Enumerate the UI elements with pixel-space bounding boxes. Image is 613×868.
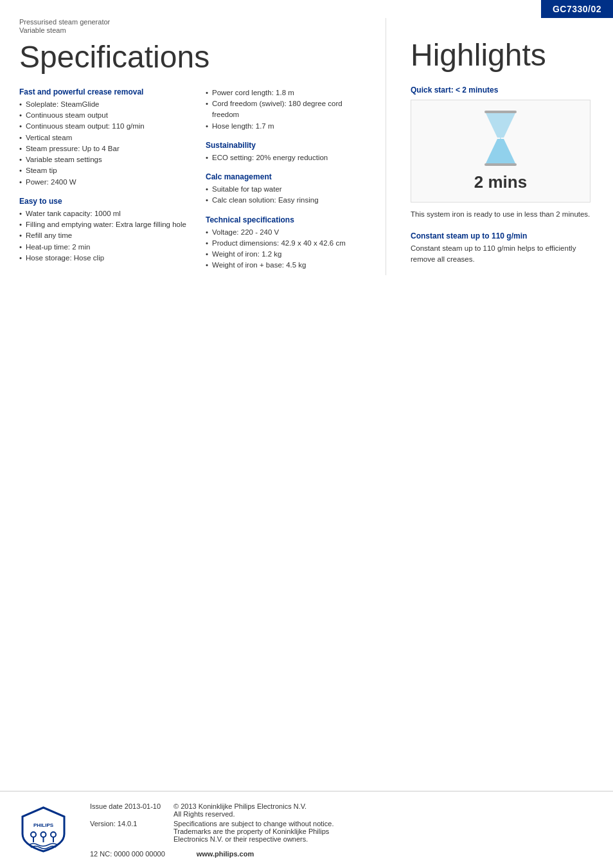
list-item: Product dimensions: 42.9 x 40 x 42.6 cm xyxy=(206,238,366,249)
highlights-title: Highlights xyxy=(411,39,597,73)
sustainability-section: Sustainability ECO setting: 20% energy r… xyxy=(206,141,366,163)
fast-removal-section: Fast and powerful crease removal Solepla… xyxy=(19,87,193,188)
list-item: Power cord length: 1.8 m xyxy=(206,87,366,98)
svg-rect-0 xyxy=(484,111,517,113)
spec-col-right: Power cord length: 1.8 mCord freedom (sw… xyxy=(206,87,366,280)
product-type: Pressurised steam generator xyxy=(19,18,366,26)
cord-section: Power cord length: 1.8 mCord freedom (sw… xyxy=(206,87,366,132)
list-item: ECO setting: 20% energy reduction xyxy=(206,152,366,163)
philips-logo-svg: PHILIPS xyxy=(19,805,67,853)
mins-label: 2 mins xyxy=(474,172,527,192)
copyright-text: © 2013 Koninklijke Philips Electronics N… xyxy=(173,802,594,818)
list-item: Continuous steam output: 110 g/min xyxy=(19,121,193,132)
list-item: Heat-up time: 2 min xyxy=(19,242,193,253)
footer-row-issue: Issue date 2013-01-10 © 2013 Koninklijke… xyxy=(90,802,594,818)
list-item: Hose length: 1.7 m xyxy=(206,121,366,132)
footer-info: Issue date 2013-01-10 © 2013 Koninklijke… xyxy=(90,802,594,858)
disclaimer-text: Specifications are subject to change wit… xyxy=(173,820,594,843)
footer: PHILIPS Issue date 2013-01-10 © 2013 Kon… xyxy=(0,791,613,868)
svg-point-6 xyxy=(51,832,56,837)
product-code: GC7330/02 xyxy=(553,4,601,14)
nc-label: 12 NC: 0000 000 00000 xyxy=(90,850,165,858)
list-item: Steam pressure: Up to 4 Bar xyxy=(19,143,193,154)
footer-row-version: Version: 14.0.1 Specifications are subje… xyxy=(90,820,594,843)
version-label: Version: 14.0.1 xyxy=(90,820,161,827)
quick-start-desc: This system iron is ready to use in less… xyxy=(411,209,597,220)
fast-removal-title: Fast and powerful crease removal xyxy=(19,87,193,96)
list-item: Variable steam settings xyxy=(19,154,193,165)
calc-section: Calc management Suitable for tap waterCa… xyxy=(206,172,366,206)
left-column: Pressurised steam generator Variable ste… xyxy=(0,0,386,300)
list-item: Continuous steam output xyxy=(19,110,193,121)
technical-list: Voltage: 220 - 240 VProduct dimensions: … xyxy=(206,227,366,271)
list-item: Voltage: 220 - 240 V xyxy=(206,227,366,238)
footer-nc-row: 12 NC: 0000 000 00000 www.philips.com xyxy=(90,850,594,858)
list-item: Water tank capacity: 1000 ml xyxy=(19,208,193,219)
constant-steam-desc: Constant steam up to 110 g/min helps to … xyxy=(411,243,597,266)
easy-use-list: Water tank capacity: 1000 mlFilling and … xyxy=(19,208,193,264)
website-link: www.philips.com xyxy=(197,850,254,858)
quick-start-image: 2 mins xyxy=(411,100,591,203)
constant-steam-section: Constant steam up to 110 g/min Constant … xyxy=(411,231,597,266)
list-item: Soleplate: SteamGlide xyxy=(19,99,193,110)
quick-start-title: Quick start: < 2 minutes xyxy=(411,86,597,95)
hourglass-icon xyxy=(478,109,523,167)
issue-label: Issue date 2013-01-10 xyxy=(90,802,161,810)
fast-removal-list: Soleplate: SteamGlideContinuous steam ou… xyxy=(19,99,193,188)
right-column: Highlights Quick start: < 2 minutes 2 mi… xyxy=(401,19,613,290)
svg-point-5 xyxy=(41,832,46,837)
technical-section: Technical specifications Voltage: 220 - … xyxy=(206,215,366,271)
list-item: Filling and emptying water: Extra large … xyxy=(19,219,193,230)
list-item: Suitable for tap water xyxy=(206,184,366,195)
spec-col-left: Fast and powerful crease removal Solepla… xyxy=(19,87,193,280)
column-divider xyxy=(386,18,386,275)
list-item: Calc clean solution: Easy rinsing xyxy=(206,195,366,206)
list-item: Hose storage: Hose clip xyxy=(19,253,193,264)
svg-point-4 xyxy=(31,832,36,837)
easy-use-section: Easy to use Water tank capacity: 1000 ml… xyxy=(19,197,193,264)
list-item: Power: 2400 W xyxy=(19,177,193,188)
specs-columns: Fast and powerful crease removal Solepla… xyxy=(19,87,366,280)
list-item: Steam tip xyxy=(19,165,193,176)
list-item: Vertical steam xyxy=(19,132,193,143)
list-item: Refill any time xyxy=(19,230,193,241)
product-subtype: Variable steam xyxy=(19,26,366,34)
philips-logo: PHILIPS xyxy=(19,805,71,855)
calc-list: Suitable for tap waterCalc clean solutio… xyxy=(206,184,366,206)
calc-title: Calc management xyxy=(206,172,366,181)
constant-steam-title: Constant steam up to 110 g/min xyxy=(411,231,597,240)
list-item: Cord freedom (swivel): 180 degree cord f… xyxy=(206,98,366,121)
cord-list: Power cord length: 1.8 mCord freedom (sw… xyxy=(206,87,366,132)
sustainability-title: Sustainability xyxy=(206,141,366,150)
list-item: Weight of iron: 1.2 kg xyxy=(206,249,366,260)
page: GC7330/02 Pressurised steam generator Va… xyxy=(0,0,613,868)
easy-use-title: Easy to use xyxy=(19,197,193,206)
quick-start-section: Quick start: < 2 minutes 2 mins This sys… xyxy=(411,86,597,220)
svg-text:PHILIPS: PHILIPS xyxy=(33,822,54,828)
list-item: Weight of iron + base: 4.5 kg xyxy=(206,260,366,271)
svg-rect-1 xyxy=(484,163,517,166)
sustainability-list: ECO setting: 20% energy reduction xyxy=(206,152,366,163)
page-title: Specifications xyxy=(19,41,366,75)
product-code-bar: GC7330/02 xyxy=(541,0,613,18)
technical-title: Technical specifications xyxy=(206,215,366,224)
